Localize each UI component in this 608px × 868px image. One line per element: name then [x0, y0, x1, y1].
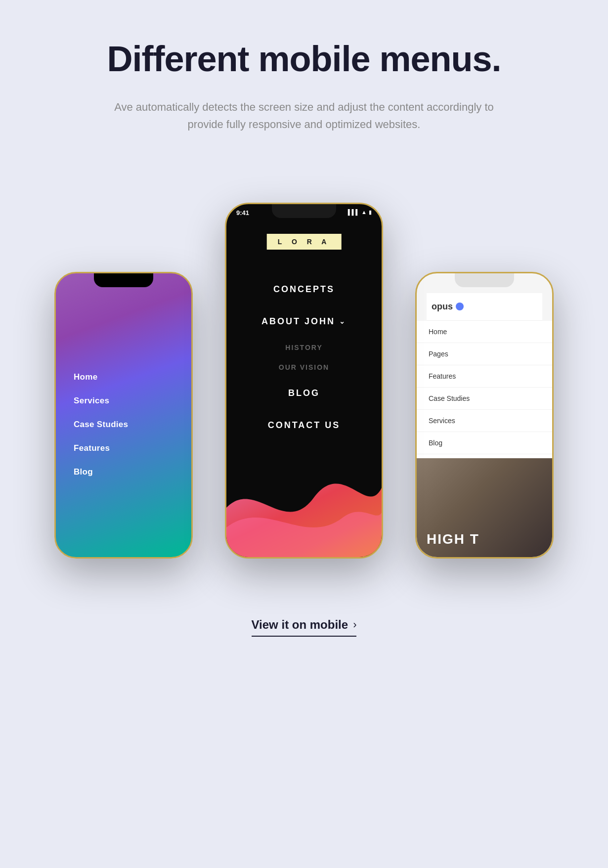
phone-center-notch [272, 204, 336, 218]
phone-center: 9:41 ▌▌▌ ▲ ▮ L O R A CONCEPTS ABOUT JOHN… [225, 203, 383, 559]
right-nav-features: Features [417, 365, 552, 388]
right-phone-nav: Home Pages Features Case Studies Service… [417, 321, 552, 477]
center-logo: L O R A [267, 234, 342, 250]
dropdown-chevron-icon: ⌄ [339, 317, 347, 325]
opus-text: opus [432, 302, 453, 312]
right-nav-case-studies: Case Studies [417, 388, 552, 410]
cta-arrow-icon: › [353, 618, 356, 631]
opus-logo: opus [432, 302, 464, 312]
left-nav-features: Features [74, 443, 128, 453]
left-nav-home: Home [74, 372, 128, 382]
right-nav-blog: Blog [417, 432, 552, 454]
wave-decoration [226, 448, 382, 557]
phone-left-notch [94, 273, 153, 287]
left-nav-case-studies: Case Studies [74, 420, 128, 430]
center-nav-blog: BLOG [226, 377, 382, 409]
center-nav: CONCEPTS ABOUT JOHN ⌄ HISTORY OUR VISION… [226, 273, 382, 441]
hero-subtitle: Ave automatically detects the screen siz… [106, 98, 502, 133]
hero-title: Different mobile menus. [106, 40, 502, 79]
right-nav-pages: Pages [417, 343, 552, 365]
center-nav-vision: OUR VISION [279, 357, 329, 377]
center-nav-history: HISTORY [285, 338, 322, 357]
phone-left: Home Services Case Studies Features Blog [54, 272, 193, 559]
center-nav-contact: CONTACT US [226, 409, 382, 441]
status-icons: ▌▌▌ ▲ ▮ [348, 209, 372, 216]
right-phone-photo: HIGH T [417, 458, 552, 557]
about-label: ABOUT JOHN [261, 316, 335, 327]
right-nav-home: Home [417, 321, 552, 343]
left-nav-blog: Blog [74, 467, 128, 477]
phone-left-nav: Home Services Case Studies Features Blog [74, 372, 128, 477]
view-mobile-link[interactable]: View it on mobile › [252, 618, 357, 637]
status-time: 9:41 [236, 209, 249, 217]
center-nav-concepts: CONCEPTS [226, 273, 382, 305]
phone-right-notch [455, 273, 514, 287]
opus-dot-icon [456, 303, 464, 310]
hero-section: Different mobile menus. Ave automaticall… [106, 40, 502, 133]
right-nav-services: Services [417, 410, 552, 432]
page-wrapper: Different mobile menus. Ave automaticall… [0, 0, 608, 868]
wifi-icon: ▲ [361, 209, 367, 215]
left-nav-services: Services [74, 396, 128, 406]
cta-label: View it on mobile [252, 618, 348, 632]
signal-icon: ▌▌▌ [348, 209, 359, 215]
cta-section: View it on mobile › [252, 618, 357, 637]
battery-icon: ▮ [369, 209, 372, 216]
center-nav-about: ABOUT JOHN ⌄ [226, 305, 382, 338]
phone-right: opus Home Pages Features Case Studies Se… [415, 272, 554, 559]
phones-section: Home Services Case Studies Features Blog… [30, 173, 578, 559]
photo-overlay-text: HIGH T [427, 531, 479, 547]
right-phone-header: opus [427, 293, 542, 321]
